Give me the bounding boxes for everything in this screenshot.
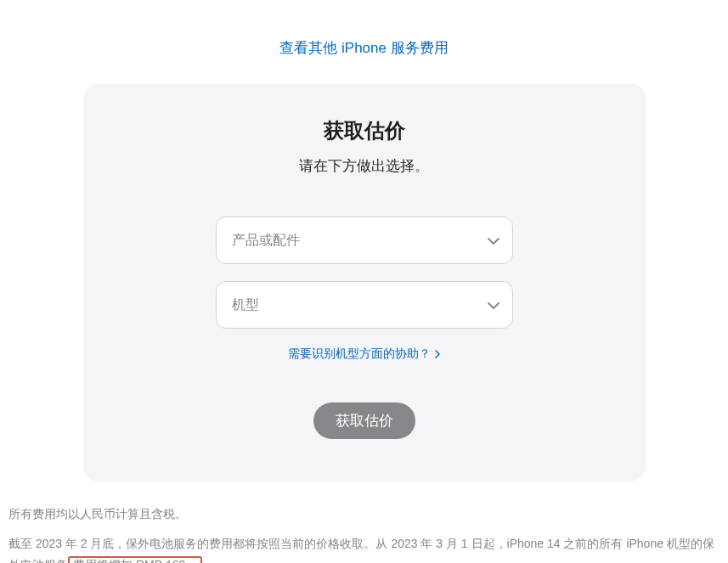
help-link-wrap: 需要识别机型方面的协助？ bbox=[126, 346, 603, 362]
top-link-wrap: 查看其他 iPhone 服务费用 bbox=[8, 0, 720, 83]
get-estimate-button[interactable]: 获取估价 bbox=[313, 403, 415, 439]
footer-note-1: 所有费用均以人民币计算且含税。 bbox=[8, 504, 720, 525]
product-select-wrap: 产品或配件 bbox=[216, 217, 513, 264]
model-select[interactable]: 机型 bbox=[216, 281, 513, 329]
card-subtitle: 请在下方做出选择。 bbox=[126, 156, 603, 176]
chevron-right-icon bbox=[435, 347, 440, 361]
price-increase-highlight: 费用将增加 RMB 169。 bbox=[68, 556, 202, 563]
estimate-card: 获取估价 请在下方做出选择。 产品或配件 机型 需要识别机型方面的协助？ bbox=[83, 83, 646, 481]
footer-notes: 所有费用均以人民币计算且含税。 截至 2023 年 2 月底，保外电池服务的费用… bbox=[8, 481, 720, 563]
card-title: 获取估价 bbox=[126, 117, 603, 144]
other-services-link[interactable]: 查看其他 iPhone 服务费用 bbox=[279, 40, 448, 56]
model-select-wrap: 机型 bbox=[216, 281, 513, 329]
help-link-label: 需要识别机型方面的协助？ bbox=[288, 346, 431, 360]
footer-note-2: 截至 2023 年 2 月底，保外电池服务的费用都将按照当前的价格收取。从 20… bbox=[8, 533, 720, 563]
identify-model-help-link[interactable]: 需要识别机型方面的协助？ bbox=[288, 346, 441, 360]
page-container: 查看其他 iPhone 服务费用 获取估价 请在下方做出选择。 产品或配件 机型… bbox=[0, 0, 728, 563]
product-select[interactable]: 产品或配件 bbox=[216, 217, 513, 264]
